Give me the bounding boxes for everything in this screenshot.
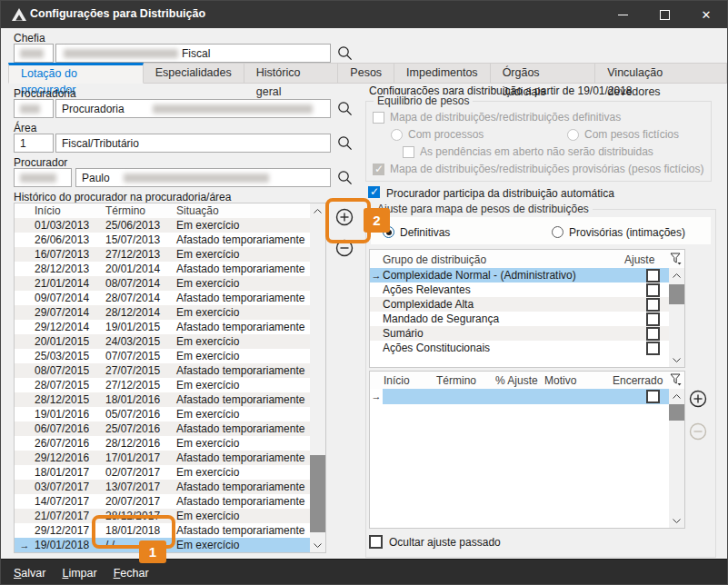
- procuradoria-name-input[interactable]: Procuradoria: [55, 99, 331, 118]
- participa-checkbox[interactable]: [368, 186, 380, 198]
- area-name-input[interactable]: Fiscal/Tributário: [55, 134, 331, 153]
- chefia-search-button[interactable]: [337, 45, 354, 62]
- ajuste-checkbox[interactable]: [646, 283, 660, 297]
- history-row[interactable]: 08/07/201527/07/2015Afastado temporariam…: [15, 363, 310, 378]
- filter-icon[interactable]: [670, 253, 682, 268]
- maximize-button[interactable]: [643, 1, 685, 28]
- scroll-thumb[interactable]: [669, 404, 684, 421]
- situacao-cell: Afastado temporariamente: [176, 392, 310, 407]
- ajuste-checkbox[interactable]: [646, 312, 660, 326]
- history-row[interactable]: 03/07/201713/07/2017Afastado temporariam…: [15, 480, 310, 494]
- procuradoria-search-button[interactable]: [337, 101, 354, 117]
- termino-cell: 18/01/2016: [105, 392, 176, 407]
- history-row[interactable]: 29/12/201419/01/2015Afastado temporariam…: [15, 320, 310, 334]
- history-row[interactable]: 18/01/201702/07/2017Em exercício: [15, 465, 310, 480]
- ajuste-selected-row[interactable]: →: [370, 389, 669, 404]
- com-pesos-ficticios-radio: [567, 129, 579, 141]
- tab-pesos[interactable]: Pesos: [338, 63, 394, 84]
- history-row[interactable]: 16/07/201327/12/2013Em exercício: [15, 247, 310, 262]
- procuradoria-label: Procuradoria: [14, 87, 76, 100]
- tab-vinculacao-devedores[interactable]: Vinculação devedores: [595, 63, 727, 84]
- ajuste-checkbox[interactable]: [646, 342, 660, 355]
- scroll-up-button[interactable]: [669, 389, 684, 403]
- definitivas-label: Definitivas: [400, 226, 450, 239]
- ocultar-checkbox[interactable]: [369, 535, 383, 549]
- grupo-row[interactable]: Mandado de Segurança: [370, 312, 669, 326]
- grupo-row[interactable]: Complexidade Alta: [370, 297, 669, 312]
- grupo-row[interactable]: →Complexidade Normal - (Administrativo): [370, 268, 669, 283]
- termino-cell: 05/07/2016: [105, 407, 176, 421]
- redacted-text: [20, 49, 44, 58]
- history-row[interactable]: 21/01/201408/07/2014Em exercício: [15, 276, 310, 291]
- scroll-thumb[interactable]: [310, 455, 325, 532]
- ajuste-checkbox[interactable]: [646, 298, 660, 312]
- area-code-input[interactable]: 1: [14, 134, 54, 153]
- filter-icon[interactable]: [670, 373, 682, 389]
- history-row[interactable]: 06/07/201625/07/2016Afastado temporariam…: [15, 421, 310, 436]
- history-row[interactable]: 26/06/201315/07/2013Afastado temporariam…: [15, 233, 310, 247]
- row-indicator: [15, 480, 35, 494]
- situacao-cell: Em exercício: [176, 334, 310, 349]
- tab-historico-geral[interactable]: Histórico geral: [244, 63, 339, 84]
- area-search-button[interactable]: [337, 135, 354, 152]
- situacao-cell: Afastado temporariamente: [176, 363, 310, 378]
- history-row[interactable]: 19/01/201605/07/2016Em exercício: [15, 407, 310, 421]
- procurador-name-input[interactable]: Paulo: [75, 168, 331, 187]
- ajuste-checkbox[interactable]: [646, 327, 660, 341]
- minimize-button[interactable]: [602, 1, 643, 28]
- history-row[interactable]: 28/07/201527/12/2015Em exercício: [15, 378, 310, 392]
- history-row[interactable]: 01/03/201325/06/2013Em exercício: [15, 218, 310, 233]
- history-scrollbar[interactable]: [310, 203, 325, 552]
- history-row[interactable]: 28/12/201320/01/2014Afastado temporariam…: [15, 262, 310, 276]
- scroll-down-button[interactable]: [669, 352, 684, 367]
- procurador-code-input[interactable]: [14, 168, 72, 187]
- history-row[interactable]: 25/03/201507/07/2015Em exercício: [15, 349, 310, 363]
- termino-cell: 20/07/2017: [105, 494, 176, 509]
- scroll-up-button[interactable]: [310, 203, 325, 218]
- fechar-button[interactable]: Fechar: [114, 567, 149, 580]
- grupo-row[interactable]: Sumário: [370, 326, 669, 341]
- tab-orgaos-judiciais[interactable]: Órgãos Judiciais: [491, 63, 596, 84]
- chefia-code-input[interactable]: [14, 44, 54, 63]
- grupo-row[interactable]: Ações Relevantes: [370, 283, 669, 297]
- ajuste-scrollbar[interactable]: [669, 389, 684, 528]
- inicio-cell: 26/06/2013: [35, 233, 105, 247]
- history-row[interactable]: 29/07/201428/12/2014Em exercício: [15, 305, 310, 320]
- scroll-up-button[interactable]: [669, 268, 684, 283]
- provisorias-radio[interactable]: [552, 226, 563, 238]
- tab-especialidades[interactable]: Especialidades: [144, 63, 244, 84]
- scroll-thumb[interactable]: [669, 284, 684, 304]
- chefia-name-input[interactable]: Fiscal: [55, 44, 331, 63]
- grupo-scrollbar[interactable]: [669, 268, 684, 367]
- row-indicator: [15, 247, 35, 262]
- add-ajuste-button[interactable]: [687, 388, 709, 410]
- salvar-button[interactable]: Salvar: [14, 567, 45, 580]
- grupo-name-cell: Complexidade Normal - (Administrativo): [383, 268, 636, 283]
- scroll-down-button[interactable]: [310, 538, 325, 552]
- history-row[interactable]: 28/12/201518/01/2016Afastado temporariam…: [15, 392, 310, 407]
- history-row[interactable]: 14/07/201720/07/2017Afastado temporariam…: [15, 494, 310, 509]
- termino-cell: 27/12/2015: [105, 378, 176, 392]
- procuradoria-code-input[interactable]: [14, 99, 54, 118]
- redacted-text: [124, 174, 269, 183]
- situacao-cell: Afastado temporariamente: [176, 451, 310, 465]
- row-indicator: [370, 297, 383, 312]
- encerrado-checkbox[interactable]: [646, 390, 660, 403]
- history-row[interactable]: 20/01/201524/03/2015Em exercício: [15, 334, 310, 349]
- chefia-value: Fiscal: [182, 47, 210, 60]
- grupo-row[interactable]: Ações Constitucionais: [370, 341, 669, 355]
- history-row[interactable]: 09/07/201428/07/2014Afastado temporariam…: [15, 291, 310, 305]
- inicio-cell: 09/07/2014: [35, 291, 105, 305]
- close-button[interactable]: ✕: [685, 1, 727, 28]
- scroll-down-button[interactable]: [669, 513, 684, 528]
- tab-impedimentos[interactable]: Impedimentos: [394, 63, 491, 84]
- chevron-down-icon: [673, 519, 681, 523]
- history-row[interactable]: 29/12/201617/01/2017Afastado temporariam…: [15, 451, 310, 465]
- ajuste-checkbox[interactable]: [646, 269, 660, 283]
- procurador-search-button[interactable]: [337, 170, 354, 186]
- tab-lotacao-do-procurador[interactable]: Lotação do procurador: [8, 63, 144, 84]
- limpar-button[interactable]: Limpar: [62, 567, 96, 580]
- termino-cell: 17/01/2017: [105, 451, 176, 465]
- col-situacao: Situação: [176, 203, 219, 218]
- history-row[interactable]: 26/07/201628/12/2016Em exercício: [15, 436, 310, 451]
